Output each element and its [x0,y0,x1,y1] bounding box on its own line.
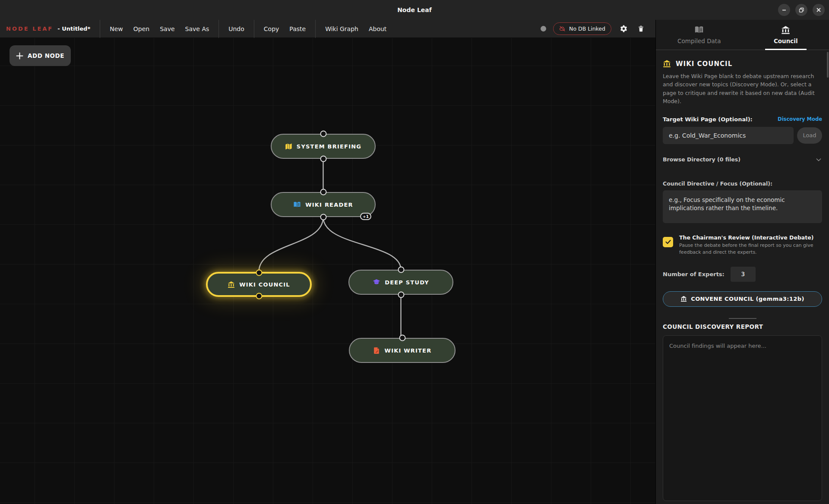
menu-item-about[interactable]: About [364,20,392,38]
convene-council-label: CONVENE COUNCIL (gemma3:12b) [691,296,804,302]
browse-directory-toggle[interactable]: Browse Directory (0 files) [663,156,822,163]
node-wiki-council[interactable]: WIKI COUNCIL [206,272,312,297]
input-port[interactable] [256,270,262,276]
minimize-button[interactable] [778,4,790,16]
menu-separator [218,20,219,38]
status-dot [541,26,546,32]
panel-tabbar: Compiled Data Council [656,20,829,50]
menu-item-paste[interactable]: Paste [284,20,311,38]
compiled-data-book-icon [694,25,704,35]
panel-section-description: Leave the Wiki Page blank to debate upst… [663,72,822,106]
node-graph-canvas[interactable]: ADD NODE SYSTEM BRIEFING WIKI READER +1 … [0,38,655,504]
number-of-experts-label: Number of Experts: [663,271,725,277]
node-label: WIKI COUNCIL [239,281,290,288]
window-title: Node Leaf [0,0,829,20]
edge-reader-council [259,217,323,272]
minimize-icon [782,7,787,13]
node-label: WIKI READER [305,202,353,208]
menu-item-save[interactable]: Save [155,20,180,38]
bank-icon [680,296,687,302]
graph-edges [0,38,655,504]
settings-button[interactable] [618,24,629,34]
target-wiki-page-input[interactable] [663,127,794,144]
edge-reader-deepstudy [323,217,401,270]
check-icon [665,239,671,245]
delete-button[interactable] [636,24,646,34]
node-label: WIKI WRITER [385,347,432,354]
output-port[interactable] [256,293,262,299]
window-controls [778,4,825,16]
node-label: DEEP STUDY [385,279,429,286]
convene-council-button[interactable]: CONVENE COUNCIL (gemma3:12b) [663,291,822,307]
menu-separator [315,20,316,38]
menu-item-undo[interactable]: Undo [223,20,250,38]
db-status-button[interactable]: No DB Linked [553,22,611,35]
discovery-mode-link[interactable]: Discovery Mode [778,116,822,122]
right-panel: Compiled Data Council WIKI COUNCIL Leave… [655,20,829,504]
restore-icon [799,7,804,13]
add-node-button[interactable]: ADD NODE [9,45,71,66]
tab-council[interactable]: Council [743,20,829,50]
plus-icon [16,52,23,60]
menu-separator [100,20,100,38]
restore-button[interactable] [795,4,807,16]
titlebar: Node Leaf [0,0,829,20]
bank-icon [781,25,790,35]
browse-directory-label: Browse Directory (0 files) [663,156,740,163]
map-icon [285,143,292,150]
output-port[interactable] [320,156,326,162]
council-directive-textarea[interactable] [663,190,822,223]
node-wiki-writer[interactable]: WIKI WRITER [349,338,456,363]
input-port[interactable] [399,335,405,341]
chevron-down-icon [815,156,822,163]
target-wiki-page-label: Target Wiki Page (Optional): [663,116,753,123]
tab-label: Council [774,38,798,44]
input-port[interactable] [320,189,326,195]
document-title: - Untitled* [57,25,90,32]
node-label: SYSTEM BRIEFING [297,143,361,150]
close-button[interactable] [813,4,825,16]
council-report-title: COUNCIL DISCOVERY REPORT [663,323,822,330]
council-directive-label: Council Directive / Focus (Optional): [663,180,822,187]
menu-item-wiki-graph[interactable]: Wiki Graph [320,20,364,38]
input-port[interactable] [398,267,404,273]
tab-label: Compiled Data [677,38,721,44]
menu-item-new[interactable]: New [104,20,128,38]
hidden-edges-badge: +1 [360,213,371,220]
menu-item-save-as[interactable]: Save As [180,20,215,38]
output-port[interactable] [398,292,404,298]
panel-section-title: WIKI COUNCIL [676,60,732,68]
bank-icon [228,281,235,288]
council-report-output[interactable]: Council findings will appear here... [663,335,822,501]
cloud-off-icon [559,25,566,32]
menu-item-copy[interactable]: Copy [259,20,285,38]
menubar: NODE LEAF - Untitled* New Open Save Save… [0,20,655,38]
number-of-experts-input[interactable] [731,267,756,282]
node-wiki-reader[interactable]: WIKI READER +1 [271,192,376,217]
tab-compiled-data[interactable]: Compiled Data [656,20,743,50]
node-system-briefing[interactable]: SYSTEM BRIEFING [271,134,376,159]
menu-separator [254,20,254,38]
active-tab-indicator [765,49,807,50]
graduation-cap-icon [373,278,380,286]
council-report-placeholder: Council findings will appear here... [669,343,766,349]
close-icon [816,7,821,13]
bank-icon [663,60,671,68]
input-port[interactable] [320,131,326,137]
trash-icon [637,25,645,32]
node-deep-study[interactable]: DEEP STUDY [348,270,453,295]
chairman-review-text: The Chairman's Review (Interactive Debat… [679,234,822,256]
section-divider [729,318,756,319]
chairman-review-title: The Chairman's Review (Interactive Debat… [679,234,822,241]
app-logo: NODE LEAF [6,25,53,32]
load-button[interactable]: Load [797,127,822,144]
menu-item-open[interactable]: Open [128,20,155,38]
chairman-review-checkbox[interactable] [663,237,673,247]
chairman-review-description: Pause the debate before the final report… [679,242,822,256]
add-node-label: ADD NODE [28,52,64,59]
open-book-icon [293,201,301,208]
panel-scrollbar[interactable] [827,52,829,78]
output-port[interactable] [320,214,326,220]
db-status-label: No DB Linked [569,25,605,32]
file-pen-icon [373,347,380,354]
